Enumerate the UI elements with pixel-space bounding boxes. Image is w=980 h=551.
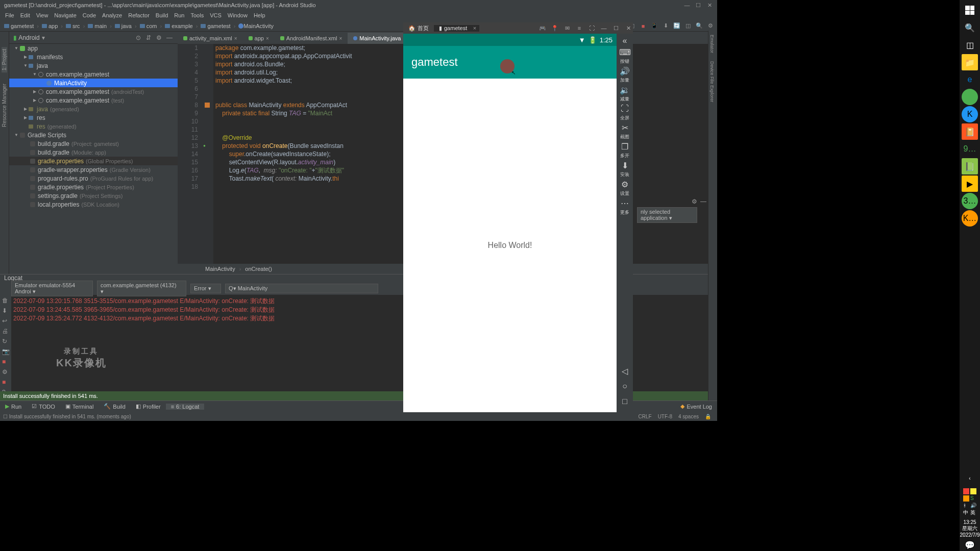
app-icon[interactable]: 9… bbox=[962, 141, 978, 157]
tree-file[interactable]: proguard-rules.pro(ProGuard Rules for ap… bbox=[9, 174, 178, 183]
print-icon[interactable]: 🖨 bbox=[2, 328, 9, 335]
tree-file[interactable]: gradle-wrapper.properties(Gradle Version… bbox=[9, 165, 178, 174]
menu-icon[interactable]: ≡ bbox=[575, 23, 584, 33]
mail-icon[interactable]: ✉ bbox=[562, 23, 572, 33]
nav-class[interactable]: MainActivity bbox=[205, 266, 235, 272]
taskbar-clock[interactable]: 13:25 星期六 2022/7/9 bbox=[960, 517, 980, 540]
keys-button[interactable]: ⌨按键 bbox=[618, 47, 632, 65]
hide-icon[interactable]: — bbox=[166, 34, 174, 41]
logcat-tab[interactable]: ≡ 6: Logcat bbox=[166, 404, 205, 410]
app-icon[interactable]: ▶ bbox=[962, 176, 978, 192]
back-button[interactable]: ◁ bbox=[622, 366, 628, 376]
hide-icon[interactable]: — bbox=[700, 198, 706, 205]
filter-icon[interactable]: ⚙ bbox=[2, 368, 9, 375]
stop-icon[interactable]: ■ bbox=[640, 22, 647, 30]
tray-icon[interactable]: ᚼ bbox=[963, 503, 969, 508]
gear-icon[interactable]: ⚙ bbox=[692, 198, 697, 205]
tree-pkg[interactable]: ▶com.example.gametest(androidTest) bbox=[9, 87, 178, 96]
tree-file[interactable]: local.properties(SDK Location) bbox=[9, 200, 178, 209]
menu-edit[interactable]: Edit bbox=[17, 12, 33, 18]
chevron-left-icon[interactable]: « bbox=[618, 36, 632, 46]
menu-run[interactable]: Run bbox=[171, 12, 187, 18]
indent[interactable]: 4 spaces bbox=[675, 414, 702, 419]
stop-icon[interactable]: ■ bbox=[2, 379, 9, 386]
logcat-search[interactable]: Q▾ MainActivity bbox=[225, 284, 378, 293]
tree-pkg[interactable]: ▼com.example.gametest bbox=[9, 70, 178, 79]
tray-icon[interactable] bbox=[963, 488, 969, 494]
tree-file[interactable]: gradle.properties(Global Properties) bbox=[9, 157, 178, 165]
menu-build[interactable]: Build bbox=[153, 12, 171, 18]
record-icon[interactable]: ■ bbox=[2, 358, 9, 365]
tree-file[interactable]: gradle.properties(Project Properties) bbox=[9, 183, 178, 191]
maximize-button[interactable]: ☐ bbox=[695, 2, 702, 9]
terminal-tab[interactable]: ▣ Terminal bbox=[60, 403, 99, 410]
tree-file[interactable]: settings.gradle(Project Settings) bbox=[9, 191, 178, 200]
screenshot-icon[interactable]: 📷 bbox=[2, 348, 9, 355]
explorer-icon[interactable]: 📁 bbox=[962, 54, 978, 70]
chevron-up-icon[interactable]: ‹ bbox=[962, 470, 978, 486]
tree-file[interactable]: build.gradle(Module: app) bbox=[9, 148, 178, 157]
app-icon[interactable]: 📗 bbox=[962, 158, 978, 174]
close-button[interactable]: ✕ bbox=[706, 2, 713, 9]
wrap-icon[interactable]: ↩ bbox=[2, 317, 9, 324]
clear-icon[interactable]: 🗑 bbox=[2, 297, 9, 304]
tray-icon[interactable]: 中 bbox=[963, 509, 969, 516]
menu-vcs[interactable]: VCS bbox=[207, 12, 225, 18]
editor-tab[interactable]: app× bbox=[243, 33, 275, 44]
tray-icon[interactable]: S bbox=[970, 495, 976, 502]
build-tab[interactable]: 🔨 Build bbox=[99, 403, 130, 410]
resource-manager-button[interactable]: Resource Manager bbox=[2, 82, 7, 129]
maximize-icon[interactable]: ☐ bbox=[611, 23, 621, 33]
screenshot-button[interactable]: ✂截图 bbox=[618, 122, 632, 140]
menu-window[interactable]: Window bbox=[225, 12, 251, 18]
fullscreen-button[interactable]: ⛶全屏 bbox=[618, 104, 632, 121]
filter-dropdown[interactable]: nly selected application ▾ bbox=[637, 207, 697, 223]
project-tool-button[interactable]: 1: Project bbox=[2, 47, 7, 72]
zoom-icon[interactable]: ⛶ bbox=[587, 23, 596, 33]
menu-file[interactable]: File bbox=[2, 12, 17, 18]
settings-icon[interactable]: ⚙ bbox=[707, 22, 714, 30]
home-button[interactable]: ○ bbox=[622, 382, 627, 391]
collapse-icon[interactable]: ⇵ bbox=[146, 34, 153, 41]
minimize-icon[interactable]: — bbox=[599, 23, 608, 33]
restart-icon[interactable]: ↻ bbox=[2, 338, 9, 345]
tree-java[interactable]: ▼java bbox=[9, 61, 178, 70]
menu-refactor[interactable]: Refactor bbox=[125, 12, 153, 18]
sync-icon[interactable]: 🔄 bbox=[673, 22, 680, 30]
tree-java-gen[interactable]: ▶java(generated) bbox=[9, 105, 178, 113]
encoding[interactable]: UTF-8 bbox=[655, 414, 675, 419]
recent-button[interactable]: □ bbox=[622, 397, 627, 406]
search-icon[interactable]: 🔍 bbox=[962, 19, 978, 36]
tray-icon[interactable]: 🔊 bbox=[970, 503, 976, 508]
start-button[interactable] bbox=[962, 2, 978, 18]
settings-button[interactable]: ⚙设置 bbox=[618, 179, 632, 197]
nav-method[interactable]: onCreate() bbox=[245, 266, 272, 272]
run-tab[interactable]: ▶Run bbox=[0, 403, 27, 410]
gear-icon[interactable]: ⚙ bbox=[156, 34, 163, 41]
multi-button[interactable]: ❐多开 bbox=[618, 141, 632, 159]
sdk-icon[interactable]: ⬇ bbox=[662, 22, 669, 30]
emulator-tool-button[interactable]: Emulator bbox=[708, 32, 716, 57]
menu-help[interactable]: Help bbox=[251, 12, 268, 18]
scroll-icon[interactable]: ⬇ bbox=[2, 307, 9, 314]
gamepad-icon[interactable]: 🎮 bbox=[538, 23, 547, 33]
tree-res-gen[interactable]: res(generated) bbox=[9, 122, 178, 131]
process-dropdown[interactable]: com.example.gametest (4132) ▾ bbox=[97, 281, 186, 296]
search-icon[interactable]: 🔍 bbox=[696, 22, 703, 30]
device-dropdown[interactable]: Emulator emulator-5554 Androi ▾ bbox=[11, 281, 93, 296]
editor-tab[interactable]: activity_main.xml× bbox=[178, 33, 243, 44]
minimize-button[interactable]: — bbox=[683, 2, 691, 9]
app-icon[interactable]: 3… bbox=[962, 193, 978, 209]
target-icon[interactable]: ⊙ bbox=[136, 34, 143, 41]
tray-icon[interactable]: 英 bbox=[970, 509, 976, 516]
app-icon[interactable] bbox=[962, 89, 978, 105]
tray-icon[interactable] bbox=[963, 495, 969, 502]
app-icon[interactable]: K bbox=[962, 106, 978, 122]
menu-analyze[interactable]: Analyze bbox=[99, 12, 125, 18]
menu-view[interactable]: View bbox=[33, 12, 52, 18]
edge-icon[interactable]: e bbox=[962, 71, 978, 88]
app-icon[interactable]: K… bbox=[962, 210, 978, 227]
event-log-tab[interactable]: ◆ Event Log bbox=[675, 403, 717, 410]
emulator-app-tab[interactable]: ▮ gametest× bbox=[434, 25, 479, 32]
volume-down-button[interactable]: 🔉减量 bbox=[618, 85, 632, 103]
